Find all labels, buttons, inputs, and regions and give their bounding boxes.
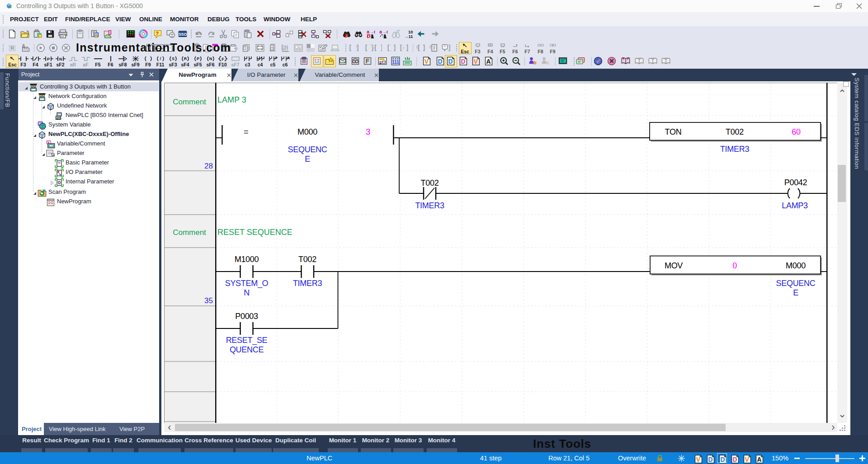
svg-text:TIMER3: TIMER3: [415, 201, 444, 210]
svg-text:V: V: [474, 58, 478, 65]
svg-text:P: P: [196, 56, 199, 61]
svg-text:N: N: [209, 56, 212, 61]
svg-text:MOV: MOV: [665, 261, 683, 270]
svg-text:N: N: [489, 44, 491, 47]
svg-text:D: D: [438, 58, 442, 65]
svg-text:T002: T002: [298, 255, 316, 264]
svg-text:P0042: P0042: [784, 178, 807, 187]
svg-text:/: /: [160, 56, 161, 61]
svg-text:TIMER3: TIMER3: [293, 279, 322, 288]
svg-text:TON: TON: [665, 127, 682, 136]
svg-text:35: 35: [204, 296, 213, 305]
svg-text:D: D: [732, 456, 737, 463]
svg-text:B: B: [416, 45, 419, 49]
svg-text:SYSTEM_O: SYSTEM_O: [225, 279, 269, 288]
svg-text:RESET_SE: RESET_SE: [226, 336, 268, 345]
svg-text:M000: M000: [297, 127, 317, 136]
svg-text:T002: T002: [726, 127, 744, 136]
svg-text:P0003: P0003: [235, 312, 258, 321]
svg-text:M000: M000: [786, 261, 806, 270]
svg-text:a→o: a→o: [379, 29, 388, 34]
svg-text:T002: T002: [421, 178, 439, 187]
svg-text:SEQUENC: SEQUENC: [776, 279, 816, 288]
svg-text:A: A: [757, 456, 761, 463]
svg-text:P: P: [275, 56, 278, 60]
svg-text:LAMP 3: LAMP 3: [217, 95, 246, 104]
svg-text:E: E: [793, 288, 798, 297]
svg-text:D: D: [708, 456, 712, 463]
svg-text:QUENCE: QUENCE: [230, 345, 264, 354]
svg-text:N: N: [287, 56, 290, 60]
svg-text:E: E: [305, 155, 310, 164]
svg-text:→11: →11: [404, 34, 413, 38]
svg-text:V: V: [745, 456, 750, 463]
svg-text:S: S: [171, 56, 174, 61]
svg-text:A: A: [486, 58, 491, 65]
svg-text:LAMP3: LAMP3: [782, 201, 808, 210]
svg-text:3: 3: [366, 127, 370, 136]
svg-text:R: R: [184, 56, 187, 61]
svg-text:B: B: [429, 45, 432, 49]
svg-text:10: 10: [408, 30, 413, 34]
svg-text:60: 60: [792, 127, 801, 136]
svg-text:D: D: [461, 58, 465, 65]
svg-text:N: N: [59, 57, 62, 61]
svg-text:D: D: [367, 33, 370, 38]
svg-text:N: N: [244, 288, 250, 297]
svg-text:M1000: M1000: [235, 255, 259, 264]
svg-text:SEQUENC: SEQUENC: [288, 145, 327, 154]
svg-text:Comment: Comment: [173, 98, 206, 106]
svg-text:V: V: [425, 58, 429, 65]
svg-text:D: D: [448, 58, 453, 65]
svg-text:P: P: [47, 57, 49, 61]
svg-text:TIMER3: TIMER3: [720, 145, 749, 154]
svg-text:28: 28: [204, 162, 213, 170]
svg-text:RESET SEQUENCE: RESET SEQUENCE: [217, 228, 292, 237]
svg-text:F: F: [222, 57, 224, 61]
svg-text:=: =: [244, 127, 248, 136]
svg-text:F: F: [366, 58, 369, 65]
svg-text:D: D: [344, 33, 348, 38]
svg-text:?: ?: [156, 31, 159, 36]
svg-text:Comment: Comment: [173, 228, 206, 237]
svg-text:111: 111: [392, 60, 399, 65]
svg-text:SSO: SSO: [179, 32, 187, 37]
svg-text:V: V: [696, 456, 701, 463]
svg-text:0: 0: [732, 261, 737, 270]
